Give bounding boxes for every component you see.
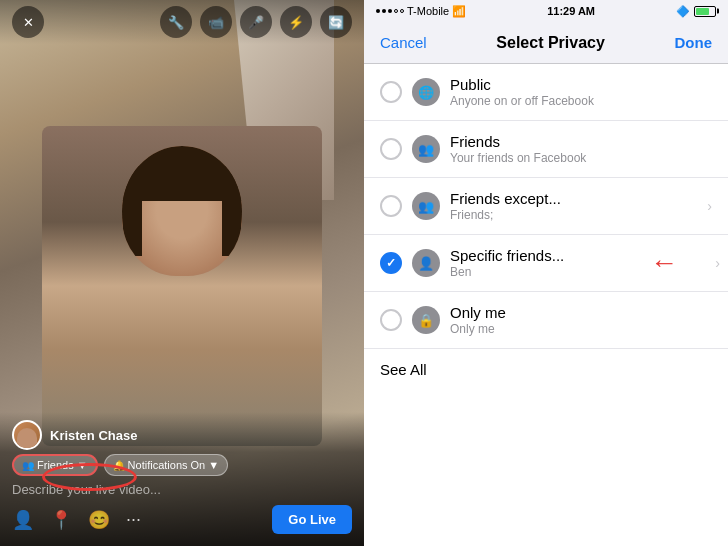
- signal-dot-1: [376, 9, 380, 13]
- radio-only-me: [380, 309, 402, 331]
- privacy-item-only-me[interactable]: 🔒 Only me Only me: [364, 292, 728, 349]
- person-area: [42, 126, 322, 446]
- friends-except-icon: 👥: [412, 192, 440, 220]
- friends-label: Friends: [450, 133, 712, 150]
- check-mark: ✓: [386, 256, 396, 270]
- bottom-icons: 👤 📍 😊 ···: [12, 509, 141, 531]
- privacy-row: 👥 Friends ▼ 🔔 Notifications On ▼: [12, 454, 352, 476]
- specific-friends-icon: 👤: [412, 249, 440, 277]
- avatar: [12, 420, 42, 450]
- camera-panel: ✕ 🔧 📹 🎤 ⚡ 🔄 Kristen Chase 👥 Friends ▼ 🔔: [0, 0, 364, 546]
- lock-icon: 🔒: [412, 306, 440, 334]
- privacy-item-specific-friends[interactable]: ✓ 👤 Specific friends... Ben ← ›: [364, 235, 728, 292]
- notifications-pill-button[interactable]: 🔔 Notifications On ▼: [104, 454, 229, 476]
- see-all-button[interactable]: See All: [364, 349, 728, 390]
- privacy-item-friends-except[interactable]: 👥 Friends except... Friends; ›: [364, 178, 728, 235]
- hair-left: [122, 166, 142, 256]
- signal-dot-5: [400, 9, 404, 13]
- hair-right: [222, 166, 242, 256]
- status-right: 🔷: [676, 5, 716, 18]
- radio-friends: [380, 138, 402, 160]
- bottom-overlay: Kristen Chase 👥 Friends ▼ 🔔 Notification…: [0, 412, 364, 546]
- signal-dot-3: [388, 9, 392, 13]
- chevron-right-icon: ›: [707, 198, 712, 214]
- person-add-icon[interactable]: 👤: [12, 509, 34, 531]
- user-info: Kristen Chase: [12, 420, 352, 450]
- done-button[interactable]: Done: [674, 34, 712, 51]
- avatar-person: [17, 428, 37, 448]
- only-me-subtitle: Only me: [450, 322, 712, 336]
- friends-subtitle: Your friends on Facebook: [450, 151, 712, 165]
- signal-dot-4: [394, 9, 398, 13]
- top-toolbar: ✕ 🔧 📹 🎤 ⚡ 🔄: [0, 0, 364, 44]
- nav-bar: Cancel Select Privacy Done: [364, 22, 728, 64]
- chevron-right-specific: ›: [715, 255, 720, 271]
- notifications-chevron: ▼: [208, 459, 219, 471]
- friends-pill-chevron: ▼: [77, 459, 88, 471]
- bell-icon: 🔔: [113, 460, 125, 471]
- close-button[interactable]: ✕: [12, 6, 44, 38]
- go-live-button[interactable]: Go Live: [272, 505, 352, 534]
- nav-title: Select Privacy: [496, 34, 605, 52]
- cancel-button[interactable]: Cancel: [380, 34, 427, 51]
- describe-input[interactable]: Describe your live video...: [12, 482, 352, 497]
- privacy-item-friends[interactable]: 👥 Friends Your friends on Facebook: [364, 121, 728, 178]
- carrier-label: T-Mobile: [407, 5, 449, 17]
- public-label: Public: [450, 76, 712, 93]
- bottom-actions: 👤 📍 😊 ··· Go Live: [12, 505, 352, 534]
- friends-except-label: Friends except...: [450, 190, 703, 207]
- status-time: 11:29 AM: [547, 5, 595, 17]
- face-area: [122, 146, 242, 276]
- radio-specific-friends: ✓: [380, 252, 402, 274]
- more-icon[interactable]: ···: [126, 509, 141, 531]
- status-left: T-Mobile 📶: [376, 5, 466, 18]
- privacy-text-friends: Friends Your friends on Facebook: [450, 133, 712, 165]
- user-name: Kristen Chase: [50, 428, 137, 443]
- only-me-label: Only me: [450, 304, 712, 321]
- video-icon[interactable]: 📹: [200, 6, 232, 38]
- signal-dots: [376, 9, 404, 13]
- public-subtitle: Anyone on or off Facebook: [450, 94, 712, 108]
- friends-pill-icon: 👥: [22, 460, 34, 471]
- emoji-icon[interactable]: 😊: [88, 509, 110, 531]
- right-panel: T-Mobile 📶 11:29 AM 🔷 Cancel Select Priv…: [364, 0, 728, 546]
- wrench-icon[interactable]: 🔧: [160, 6, 192, 38]
- location-icon[interactable]: 📍: [50, 509, 72, 531]
- privacy-text-friends-except: Friends except... Friends;: [450, 190, 703, 222]
- friends-icon: 👥: [412, 135, 440, 163]
- radio-friends-except: [380, 195, 402, 217]
- friends-pill-label: Friends: [37, 459, 74, 471]
- flash-icon[interactable]: ⚡: [280, 6, 312, 38]
- friends-except-subtitle: Friends;: [450, 208, 703, 222]
- toolbar-icons: 🔧 📹 🎤 ⚡ 🔄: [160, 6, 352, 38]
- notifications-pill-label: Notifications On: [128, 459, 206, 471]
- status-bar: T-Mobile 📶 11:29 AM 🔷: [364, 0, 728, 22]
- rotate-icon[interactable]: 🔄: [320, 6, 352, 38]
- radio-public: [380, 81, 402, 103]
- globe-icon: 🌐: [412, 78, 440, 106]
- privacy-list: 🌐 Public Anyone on or off Facebook 👥 Fri…: [364, 64, 728, 546]
- signal-dot-2: [382, 9, 386, 13]
- privacy-text-only-me: Only me Only me: [450, 304, 712, 336]
- red-arrow-annotation: ←: [650, 247, 678, 279]
- privacy-text-public: Public Anyone on or off Facebook: [450, 76, 712, 108]
- battery-icon: [694, 6, 716, 17]
- bluetooth-icon: 🔷: [676, 5, 690, 18]
- mic-icon[interactable]: 🎤: [240, 6, 272, 38]
- wifi-icon: 📶: [452, 5, 466, 18]
- battery-fill: [696, 8, 709, 15]
- friends-pill-button[interactable]: 👥 Friends ▼: [12, 454, 98, 476]
- privacy-item-public[interactable]: 🌐 Public Anyone on or off Facebook: [364, 64, 728, 121]
